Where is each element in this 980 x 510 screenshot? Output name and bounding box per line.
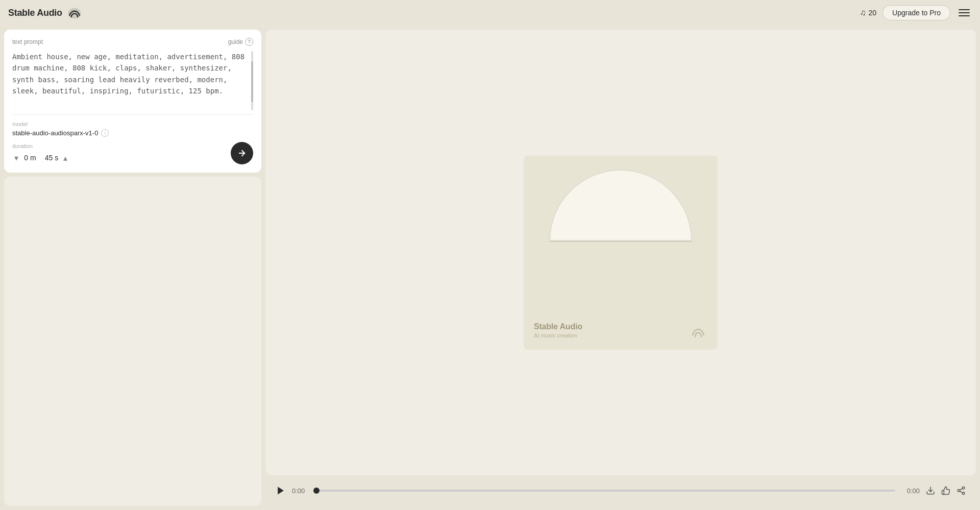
- help-icon: ?: [245, 38, 253, 46]
- play-button[interactable]: [276, 485, 286, 496]
- album-footer: Stable Audio AI music creation: [534, 316, 707, 339]
- duration-seconds: 45 s: [44, 154, 59, 162]
- progress-track[interactable]: [316, 490, 895, 492]
- player-actions: [926, 486, 966, 495]
- album-arch-wrapper: [534, 166, 707, 316]
- duration-section: duration ▾ 0 m 45 s ▴: [12, 142, 253, 164]
- prompt-input[interactable]: [12, 51, 253, 110]
- duration-minutes: 0 m: [22, 154, 38, 162]
- model-section: model stable-audio-audiosparx-v1-0 i: [12, 121, 253, 137]
- guide-link[interactable]: guide ?: [228, 38, 253, 46]
- album-brand: Stable Audio AI music creation: [534, 322, 582, 338]
- arch-top: [549, 169, 692, 241]
- menu-line-1: [959, 9, 970, 10]
- duration-label: duration: [12, 143, 69, 149]
- duration-left: duration ▾ 0 m 45 s ▴: [12, 143, 69, 164]
- credits-badge: ♫ 20: [860, 8, 876, 17]
- album-brand-sub: AI music creation: [534, 332, 582, 338]
- album-logo-icon: [689, 321, 707, 339]
- share-icon: [957, 486, 966, 495]
- logo-icon: [66, 5, 83, 21]
- empty-card: [4, 177, 261, 506]
- like-button[interactable]: [941, 486, 950, 495]
- album-art: Stable Audio AI music creation: [524, 156, 718, 350]
- svg-line-6: [960, 491, 962, 493]
- share-button[interactable]: [957, 486, 966, 495]
- right-panel: Stable Audio AI music creation 0:00: [265, 26, 980, 510]
- credits-count: 20: [868, 9, 876, 17]
- scroll-indicator: [251, 51, 253, 110]
- logo-area: Stable Audio: [8, 5, 83, 21]
- upgrade-button[interactable]: Upgrade to Pro: [883, 5, 950, 20]
- app-header: Stable Audio ♫ 20 Upgrade to Pro: [0, 0, 980, 26]
- header-right: ♫ 20 Upgrade to Pro: [860, 5, 972, 20]
- model-label: model: [12, 121, 253, 127]
- prompt-bottom: model stable-audio-audiosparx-v1-0 i dur…: [12, 114, 253, 164]
- model-value: stable-audio-audiosparx-v1-0 i: [12, 129, 253, 137]
- menu-line-3: [959, 15, 970, 16]
- menu-line-2: [959, 12, 970, 13]
- app-title: Stable Audio: [8, 8, 62, 18]
- progress-thumb: [313, 488, 320, 494]
- like-icon: [941, 486, 950, 495]
- duration-controls: ▾ 0 m 45 s ▴: [12, 152, 69, 164]
- album-brand-name: Stable Audio: [534, 322, 582, 331]
- prompt-label: text prompt: [12, 38, 43, 45]
- download-button[interactable]: [926, 486, 935, 495]
- download-icon: [926, 486, 935, 495]
- main-layout: text prompt guide ? model stable-audio-a…: [0, 0, 980, 510]
- time-end: 0:00: [901, 487, 920, 495]
- arch-bottom-line: [549, 241, 692, 242]
- player-bar: 0:00 0:00: [265, 475, 976, 506]
- model-info-icon[interactable]: i: [101, 129, 109, 137]
- duration-minutes-down-button[interactable]: ▾: [12, 152, 20, 164]
- credits-icon: ♫: [860, 8, 866, 17]
- audio-display: Stable Audio AI music creation: [265, 30, 976, 475]
- arrow-right-icon: [237, 149, 247, 158]
- album-arch: [549, 169, 692, 312]
- left-panel: text prompt guide ? model stable-audio-a…: [0, 26, 265, 510]
- scroll-thumb: [251, 61, 253, 102]
- generate-button[interactable]: [231, 142, 253, 164]
- hamburger-menu-button[interactable]: [957, 7, 972, 18]
- time-current: 0:00: [292, 487, 310, 495]
- play-icon: [276, 485, 286, 496]
- prompt-textarea-wrapper: [12, 51, 253, 110]
- svg-line-7: [960, 489, 962, 490]
- prompt-header: text prompt guide ?: [12, 38, 253, 46]
- duration-seconds-up-button[interactable]: ▴: [61, 152, 69, 164]
- svg-marker-1: [278, 487, 284, 495]
- prompt-card: text prompt guide ? model stable-audio-a…: [4, 30, 261, 173]
- guide-link-text: guide: [228, 38, 243, 45]
- model-name: stable-audio-audiosparx-v1-0: [12, 129, 98, 137]
